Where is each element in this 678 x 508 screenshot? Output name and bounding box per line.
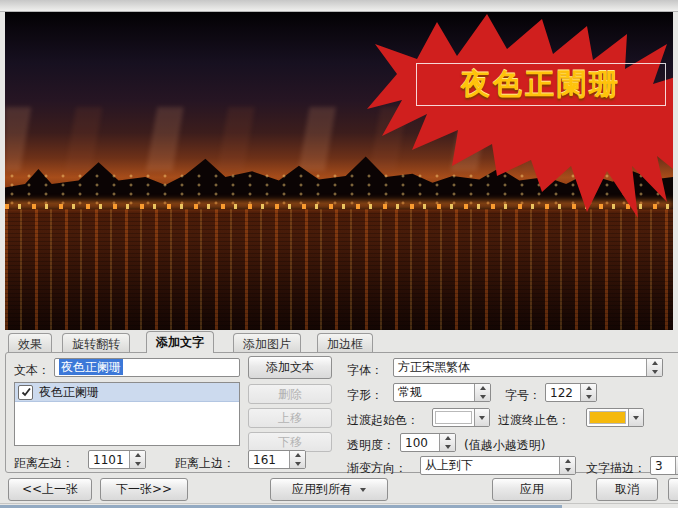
text-stroke-spinner[interactable]: 3 [650, 456, 678, 475]
gradient-start-swatch [435, 411, 472, 424]
font-label: 字体： [347, 362, 383, 379]
overlay-text[interactable]: 夜色正闌珊 [461, 70, 621, 99]
opacity-value: 100 [401, 436, 432, 450]
tab-add-text[interactable]: 添加文字 [146, 331, 214, 353]
spin-down-icon[interactable] [295, 462, 301, 466]
chevron-down-icon [633, 416, 639, 420]
opacity-label: 透明度： [347, 437, 395, 454]
list-item[interactable]: 夜色正阑珊 [15, 383, 239, 402]
font-style-label: 字形： [347, 387, 383, 404]
font-style-value: 常规 [394, 384, 426, 401]
previous-image-button[interactable]: <<上一张 [8, 478, 92, 501]
spin-buttons[interactable] [646, 359, 662, 376]
add-text-dialog: 夜色正闌珊 效果 旋转翻转 添加文字 添加图片 加边框 文本： 夜色正阑珊 添加… [0, 0, 678, 508]
spin-down-icon[interactable] [445, 445, 451, 449]
list-item-checkbox[interactable] [18, 385, 33, 400]
dropdown-button[interactable] [628, 409, 643, 426]
photo-preview: 夜色正闌珊 [5, 12, 673, 330]
text-label: 文本： [14, 362, 50, 379]
list-item-label: 夜色正阑珊 [39, 384, 99, 401]
delete-button[interactable]: 删除 [248, 384, 332, 404]
spin-down-icon[interactable] [586, 395, 592, 399]
font-select[interactable]: 方正宋黑繁体 [393, 358, 663, 377]
window-top-strip [0, 0, 678, 12]
distance-top-label: 距离上边： [175, 455, 235, 472]
spin-up-icon[interactable] [652, 361, 658, 365]
font-size-value: 122 [546, 386, 577, 400]
opacity-note: (值越小越透明) [464, 437, 545, 454]
spin-buttons[interactable] [289, 451, 305, 468]
distance-left-spinner[interactable]: 1101 [88, 450, 146, 469]
spin-up-icon[interactable] [586, 386, 592, 390]
spin-down-icon[interactable] [565, 468, 571, 472]
apply-button[interactable]: 应用 [492, 478, 572, 501]
overlay-text-frame[interactable]: 夜色正闌珊 [416, 63, 666, 106]
distance-top-spinner[interactable]: 161 [248, 450, 306, 469]
checkmark-icon [21, 387, 31, 397]
distance-top-value: 161 [249, 453, 280, 467]
apply-to-all-label: 应用到所有 [292, 481, 352, 498]
spin-up-icon[interactable] [480, 386, 486, 390]
move-up-button[interactable]: 上移 [248, 408, 332, 428]
spin-up-icon[interactable] [565, 459, 571, 463]
chevron-down-icon [360, 488, 366, 492]
gradient-end-label: 过渡终止色： [498, 412, 570, 429]
gradient-direction-select[interactable]: 从上到下 [420, 456, 576, 475]
dropdown-button[interactable] [474, 409, 489, 426]
text-input-selected-value: 夜色正阑珊 [59, 359, 123, 375]
gradient-direction-label: 渐变方向： [347, 460, 407, 477]
spin-down-icon[interactable] [135, 462, 141, 466]
text-stroke-value: 3 [651, 459, 667, 473]
dialog-bottom-divider [0, 503, 678, 504]
spin-down-icon[interactable] [652, 370, 658, 374]
distance-left-label: 距离左边： [14, 455, 74, 472]
tab-add-border[interactable]: 加边框 [317, 333, 373, 352]
spin-up-icon[interactable] [135, 453, 141, 457]
spin-up-icon[interactable] [295, 453, 301, 457]
text-input[interactable]: 夜色正阑珊 [54, 358, 240, 377]
next-image-button[interactable]: 下一张>> [100, 478, 188, 501]
spin-down-icon[interactable] [480, 395, 486, 399]
splash-polygon [367, 14, 673, 218]
font-style-select[interactable]: 常规 [393, 383, 491, 402]
spin-buttons[interactable] [129, 451, 145, 468]
move-down-button[interactable]: 下移 [248, 432, 332, 452]
spin-buttons[interactable] [580, 384, 596, 401]
font-value: 方正宋黑繁体 [394, 359, 474, 376]
distance-left-value: 1101 [89, 453, 128, 467]
red-splash-shape [357, 14, 673, 222]
gradient-start-label: 过渡起始色： [347, 412, 419, 429]
tab-effects[interactable]: 效果 [8, 333, 52, 352]
font-size-label: 字号： [505, 387, 541, 404]
gradient-start-color-picker[interactable] [432, 408, 490, 427]
text-layers-list[interactable]: 夜色正阑珊 [14, 382, 240, 446]
font-size-spinner[interactable]: 122 [545, 383, 597, 402]
cancel-button[interactable]: 取消 [596, 478, 658, 501]
tab-rotate-flip[interactable]: 旋转翻转 [62, 333, 130, 352]
gradient-end-color-picker[interactable] [586, 408, 644, 427]
chevron-down-icon [479, 416, 485, 420]
gradient-direction-value: 从上到下 [421, 457, 477, 474]
spin-up-icon[interactable] [445, 436, 451, 440]
text-stroke-label: 文字描边： [586, 460, 646, 477]
gradient-end-swatch [589, 411, 626, 424]
spin-buttons[interactable] [474, 384, 490, 401]
spin-buttons[interactable] [439, 434, 455, 451]
spin-buttons[interactable] [559, 457, 575, 474]
add-text-button[interactable]: 添加文本 [248, 356, 332, 379]
apply-to-all-button[interactable]: 应用到所有 [270, 478, 388, 501]
clipped-edge-button[interactable] [668, 478, 678, 501]
tab-add-image[interactable]: 添加图片 [233, 333, 301, 352]
photo-water-reflections [5, 209, 673, 330]
opacity-spinner[interactable]: 100 [400, 433, 456, 452]
